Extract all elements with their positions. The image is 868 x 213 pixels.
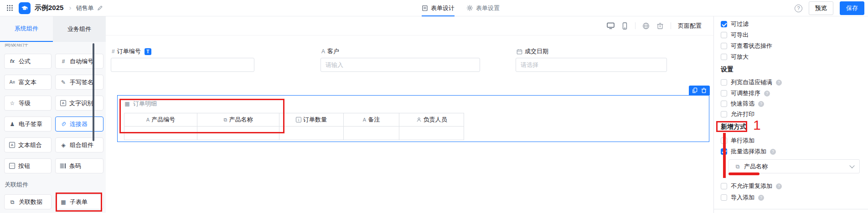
hash-icon: # xyxy=(112,48,115,55)
tab-form-design-label: 表单设计 xyxy=(431,4,455,12)
column-product-code[interactable]: A 产品编号 xyxy=(124,113,197,127)
tab-form-design[interactable]: 表单设计 xyxy=(422,0,455,16)
selected-component-toolbar xyxy=(689,86,710,95)
button-icon: ⋯ xyxy=(9,163,15,169)
component-rating[interactable]: ☆ 等级 xyxy=(4,96,52,111)
option-no-duplicate-add[interactable]: 不允许重复添加 ? xyxy=(721,182,782,190)
checkbox-checked[interactable] xyxy=(721,21,727,27)
app-grid-icon[interactable] xyxy=(6,5,13,11)
calendar-icon xyxy=(517,49,522,55)
page-config-button[interactable]: 页面配置 xyxy=(678,22,702,30)
batch-field-select[interactable]: ⧉ 产品名称 xyxy=(728,159,860,173)
table-cell-empty[interactable] xyxy=(399,127,464,140)
help-circle-icon[interactable]: ? xyxy=(795,5,802,12)
option-filterable[interactable]: 可过滤 xyxy=(721,20,749,28)
add-mode-section-title: 新增方式 xyxy=(721,123,746,131)
option-single-row-add[interactable]: 单行添加 xyxy=(721,137,754,145)
checkbox[interactable] xyxy=(721,90,727,96)
option-view-status-actions[interactable]: 可查看状态操作 xyxy=(721,42,772,50)
table-cell-empty[interactable] xyxy=(344,127,399,140)
help-icon[interactable]: ? xyxy=(770,149,776,155)
annotation-number: 1 xyxy=(753,117,761,133)
option-batch-select-add[interactable]: 批量选择添加 ? xyxy=(721,147,776,156)
sidebar-scrollbar[interactable] xyxy=(93,43,94,141)
batch-field-select-value: 产品名称 xyxy=(744,162,768,171)
app-title: 示例2025 xyxy=(35,4,63,12)
column-owner[interactable]: 负责人员 xyxy=(399,113,464,127)
component-combo-widget[interactable]: ◈ 组合组件 xyxy=(55,137,103,152)
checkbox[interactable] xyxy=(721,32,727,38)
text-a-icon: A xyxy=(146,117,150,122)
person-icon xyxy=(416,117,422,122)
component-ocr[interactable]: A 文字识别 xyxy=(55,96,103,111)
panel-bottom-divider xyxy=(713,209,868,209)
option-zoomable[interactable]: 可放大 xyxy=(721,53,749,61)
mobile-view-icon[interactable] xyxy=(621,22,628,30)
component-rich-text[interactable]: A≡ 富文本 xyxy=(4,75,52,90)
deal-date-input[interactable] xyxy=(516,58,667,72)
option-exportable[interactable]: 可导出 xyxy=(721,31,749,39)
desktop-view-icon[interactable] xyxy=(607,22,615,29)
checkbox[interactable] xyxy=(721,183,727,189)
linked-data-icon: ⧉ xyxy=(224,117,227,123)
text-a-icon: A xyxy=(363,117,366,122)
help-icon[interactable]: ? xyxy=(758,195,764,201)
checkbox[interactable] xyxy=(721,54,727,60)
settings-section-title: 设置 xyxy=(721,66,734,74)
canvas-toolbar: 页面配置 xyxy=(106,16,713,36)
component-auto-number[interactable]: # 自动编号 xyxy=(55,54,103,69)
number-box-icon: 1 xyxy=(296,117,301,122)
breadcrumb-form-name: 销售单 xyxy=(76,4,93,12)
option-import-add[interactable]: 导入添加 ? xyxy=(721,193,764,202)
option-allow-print[interactable]: 允许打印 xyxy=(721,110,754,118)
component-linked-data[interactable]: ⧉ 关联数据 xyxy=(4,194,52,209)
help-icon[interactable]: ? xyxy=(758,101,764,107)
boxed-a-icon: A xyxy=(9,142,15,148)
option-quick-filter[interactable]: 快速筛选 ? xyxy=(721,100,764,108)
checkbox[interactable] xyxy=(721,101,727,107)
table-cell-empty[interactable] xyxy=(124,127,197,140)
tab-system-components[interactable]: 系统组件 xyxy=(0,16,53,42)
delete-trash-icon[interactable] xyxy=(701,87,707,93)
option-auto-fit-columns[interactable]: 列宽自适应铺满 ? xyxy=(721,78,782,86)
tab-business-components[interactable]: 业务组件 xyxy=(53,16,106,42)
table-cell-empty[interactable] xyxy=(279,127,344,140)
component-formula[interactable]: fx 公式 xyxy=(4,54,52,69)
tab-form-settings[interactable]: 表单设置 xyxy=(466,0,500,16)
component-subform[interactable]: ▦ 子表单 xyxy=(55,194,103,209)
help-icon[interactable]: ? xyxy=(776,183,782,189)
globe-icon[interactable] xyxy=(642,22,650,30)
component-handwritten-signature[interactable]: ✎ 手写签名 xyxy=(55,75,103,90)
component-barcode[interactable]: 条码 xyxy=(55,158,103,173)
checkbox[interactable] xyxy=(721,137,727,144)
stamp-icon: ♟ xyxy=(9,122,16,127)
table-cell-empty[interactable] xyxy=(197,127,279,140)
checkbox[interactable] xyxy=(721,111,727,117)
checkbox-checked[interactable] xyxy=(721,148,727,155)
component-button[interactable]: ⋯ 按钮 xyxy=(4,158,52,173)
copy-icon[interactable] xyxy=(692,87,698,93)
preview-button[interactable]: 预览 xyxy=(809,1,833,15)
clipped-section-label: 高级组件 xyxy=(5,44,46,48)
option-adjustable-sort[interactable]: 可调整排序 ? xyxy=(721,89,770,97)
app-logo-graduation-cap-icon[interactable] xyxy=(19,2,31,14)
component-text-combo[interactable]: A 文本组合 xyxy=(4,137,52,152)
component-connector[interactable]: 连接器 xyxy=(55,117,103,132)
order-number-input[interactable] xyxy=(111,58,254,72)
column-product-name[interactable]: ⧉ 产品名称 xyxy=(197,113,279,127)
checkbox[interactable] xyxy=(721,43,727,49)
rename-pencil-icon[interactable] xyxy=(97,5,103,11)
checkbox[interactable] xyxy=(721,79,727,86)
help-icon[interactable]: ? xyxy=(776,80,782,86)
customer-input[interactable] xyxy=(320,58,480,72)
column-remark[interactable]: A 备注 xyxy=(344,113,399,127)
form-designer-app: 示例2025 › 销售单 表单设计 表单设置 ? 预览 保存 系统组件 业务组件… xyxy=(0,0,868,213)
panel-divider xyxy=(713,16,714,213)
table-grid-icon: ▦ xyxy=(124,101,130,106)
checkbox[interactable] xyxy=(721,194,727,201)
help-icon[interactable]: ? xyxy=(764,91,770,96)
column-order-quantity[interactable]: 1 订单数量 xyxy=(279,113,344,127)
component-e-seal[interactable]: ♟ 电子签章 xyxy=(4,117,52,132)
clear-trash-icon[interactable] xyxy=(656,22,664,30)
save-button[interactable]: 保存 xyxy=(840,1,864,15)
